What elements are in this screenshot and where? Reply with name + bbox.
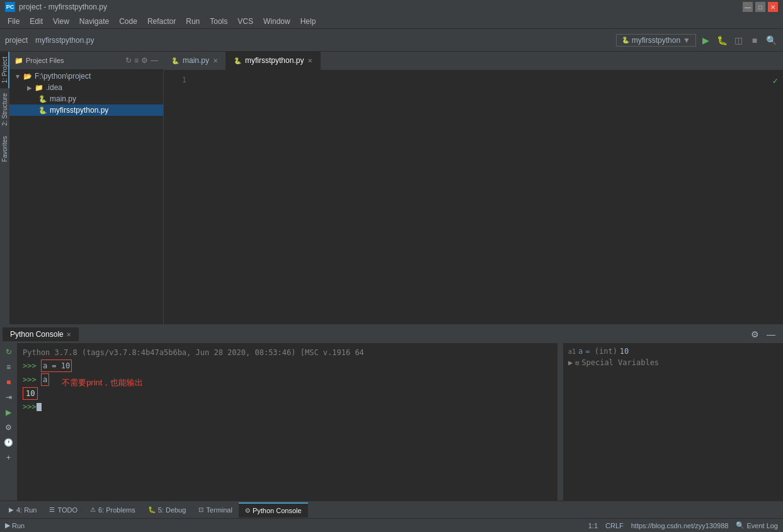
settings-icon[interactable]: ⚙: [141, 56, 148, 65]
clock-icon[interactable]: 🕐: [3, 436, 15, 449]
sidebar-label-favorites[interactable]: Favorites: [0, 131, 9, 167]
status-position: 1:1: [588, 522, 598, 529]
tab-myfirsstpython[interactable]: 🐍 myfirsstpython.py ✕: [226, 52, 321, 70]
editor-tabs: 🐍 main.py ✕ 🐍 myfirsstpython.py ✕: [164, 52, 783, 71]
profile-button[interactable]: ◫: [731, 33, 745, 47]
close-tree-icon[interactable]: —: [151, 56, 158, 65]
menu-run[interactable]: Run: [181, 16, 205, 27]
console-toolbar: ↻ ≡ ■ ⇥ ▶ ⚙ 🕐 +: [0, 343, 18, 501]
menu-refactor[interactable]: Refactor: [142, 16, 181, 27]
run-config-dropdown-icon: ▼: [683, 36, 690, 45]
menu-edit[interactable]: Edit: [25, 16, 48, 27]
menu-view[interactable]: View: [48, 16, 74, 27]
console-input-line[interactable]: >>>: [23, 401, 552, 412]
debug-button[interactable]: 🐛: [715, 33, 729, 47]
breadcrumb-file: myfirsstpython.py: [35, 36, 94, 45]
file-tree-content: ▼ 📂 F:\python\project ▶ 📁 .idea 🐍 main.p…: [9, 69, 163, 324]
menu-help[interactable]: Help: [295, 16, 321, 27]
todo-tab-icon: ☰: [49, 506, 55, 513]
menu-navigate[interactable]: Navigate: [74, 16, 114, 27]
stop-console-button[interactable]: ■: [3, 376, 15, 388]
terminal-tab-icon: ⊡: [198, 506, 203, 513]
window-title: project - myfirsstpython.py: [19, 3, 107, 11]
var-type-icon: a1: [568, 348, 576, 355]
tab-main-py[interactable]: 🐍 main.py ✕: [164, 52, 226, 70]
run-button[interactable]: ▶: [699, 33, 712, 47]
tab-label-main: main.py: [183, 56, 209, 65]
tab-close-main[interactable]: ✕: [213, 57, 218, 64]
python-console-tab[interactable]: Python Console ✕: [3, 327, 79, 341]
menu-vcs[interactable]: VCS: [232, 16, 258, 27]
variable-a: a1 a = (int) 10: [568, 347, 778, 356]
console-gear-icon[interactable]: ⚙: [748, 327, 762, 341]
bottom-tab-problems[interactable]: ⚠ 6: Problems: [84, 502, 142, 518]
console-header-line: Python 3.7.8 (tags/v3.7.8:4b47a5b6ba, Ju…: [23, 347, 552, 358]
tree-root-folder[interactable]: ▼ 📂 F:\python\project: [9, 71, 163, 82]
settings-console-icon[interactable]: ⚙: [3, 421, 15, 434]
line-numbers: 1: [164, 71, 189, 324]
menu-window[interactable]: Window: [258, 16, 295, 27]
list-icon[interactable]: ≡: [3, 361, 15, 373]
tab-label-myfirsstpython: myfirsstpython.py: [245, 56, 304, 65]
bottom-tab-run[interactable]: ▶ 4: Run: [3, 502, 43, 518]
debug-tab-icon: 🐛: [148, 506, 156, 513]
toolbar-left: project myfirsstpython.py: [5, 36, 94, 45]
terminal-tab-label: Terminal: [206, 506, 232, 514]
run-console-button[interactable]: ▶: [3, 406, 15, 419]
cursor: [37, 403, 42, 411]
menu-tools[interactable]: Tools: [205, 16, 232, 27]
prompt-1: >>>: [23, 361, 41, 370]
idea-folder-label: .idea: [46, 83, 62, 92]
editor-sidebar-area: 1: Project 2: Structure Favorites 📁 Proj…: [0, 52, 783, 324]
folder-icon: 📁: [14, 57, 23, 65]
output-10: 10: [23, 387, 38, 400]
console-tab-bar-left: Python Console ✕: [3, 327, 79, 341]
annotation-container: 不需要print，也能输出: [62, 377, 143, 388]
main-toolbar: project myfirsstpython.py 🐍 myfirsstpyth…: [0, 29, 783, 52]
bottom-tab-todo[interactable]: ☰ TODO: [43, 502, 84, 518]
status-bar-left: ▶ Run: [5, 521, 25, 529]
event-log[interactable]: 🔍 Event Log: [736, 521, 778, 529]
bottom-tab-terminal[interactable]: ⊡ Terminal: [192, 502, 239, 518]
close-button[interactable]: ✕: [768, 2, 778, 12]
folder-icon: 📂: [23, 72, 32, 81]
collapse-icon[interactable]: ≡: [134, 56, 139, 65]
search-button[interactable]: 🔍: [764, 33, 778, 47]
status-encoding: CRLF: [605, 522, 624, 529]
console-tab-close[interactable]: ✕: [66, 331, 71, 338]
folder-icon: 📁: [35, 84, 43, 92]
console-output[interactable]: Python 3.7.8 (tags/v3.7.8:4b47a5b6ba, Ju…: [18, 343, 557, 501]
bottom-tab-python-console[interactable]: ⊙ Python Console: [239, 502, 308, 518]
code-area[interactable]: ✓: [189, 71, 783, 324]
sidebar-label-project[interactable]: 1: Project: [0, 52, 9, 88]
console-line-1: >>> a = 10: [23, 359, 552, 372]
variables-panel: a1 a = (int) 10 ▶ ⊞ Special Variables: [563, 343, 783, 501]
tree-main-py[interactable]: 🐍 main.py: [9, 93, 163, 105]
menu-code[interactable]: Code: [114, 16, 142, 27]
console-scrollbar[interactable]: [557, 343, 563, 501]
status-url[interactable]: https://blog.csdn.net/zyy130988: [631, 522, 729, 529]
python-console-tab-label-bottom: Python Console: [253, 507, 302, 514]
editor-content[interactable]: 1 ✓: [164, 71, 783, 324]
special-variables[interactable]: ▶ ⊞ Special Variables: [568, 358, 778, 367]
maximize-button[interactable]: □: [755, 2, 765, 12]
minimize-button[interactable]: —: [743, 2, 753, 12]
console-commands: >>> a 10: [23, 373, 49, 401]
var-type-a: = (int): [585, 347, 617, 356]
sync-icon[interactable]: ↻: [125, 56, 132, 65]
sidebar-label-structure[interactable]: 2: Structure: [0, 88, 9, 131]
tab-close-myfirsstpython[interactable]: ✕: [307, 57, 312, 64]
tree-idea-folder[interactable]: ▶ 📁 .idea: [9, 82, 163, 93]
indent-icon[interactable]: ⇥: [3, 391, 15, 404]
menu-file[interactable]: File: [3, 16, 25, 27]
stop-button[interactable]: ■: [748, 33, 762, 47]
bottom-tab-debug[interactable]: 🐛 5: Debug: [142, 502, 193, 518]
status-run[interactable]: ▶ Run: [5, 521, 25, 529]
add-icon[interactable]: +: [3, 451, 15, 464]
tree-myfirsstpython-py[interactable]: 🐍 myfirsstpython.py: [9, 105, 163, 116]
run-config-selector[interactable]: 🐍 myfirsstpython ▼: [616, 34, 696, 47]
special-vars-label: Special Variables: [581, 358, 659, 367]
console-minimize-icon[interactable]: —: [764, 327, 778, 341]
expand-icon: ▶: [27, 84, 32, 91]
rerun-button[interactable]: ↻: [3, 346, 15, 358]
